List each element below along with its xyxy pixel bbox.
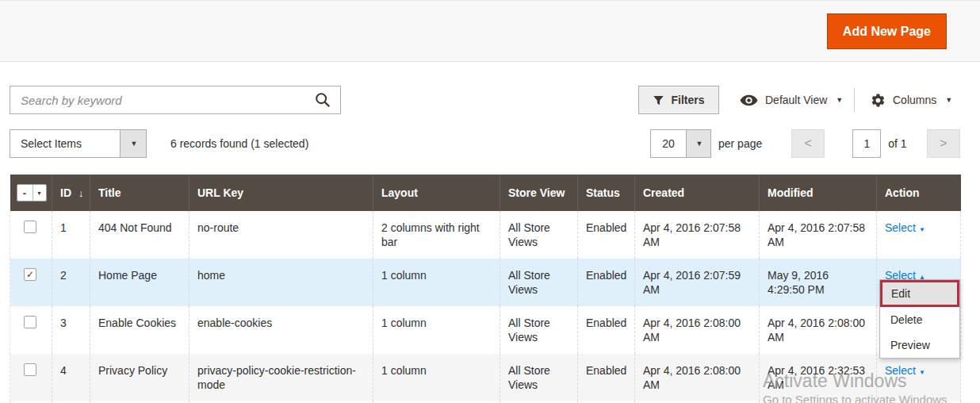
table-row-selected: ✓ 2 Home Page home 1 column All Store Vi…: [10, 259, 961, 306]
filters-button[interactable]: Filters: [638, 86, 719, 114]
pagination-bar: 20 ▼ per page < of 1 >: [650, 129, 960, 158]
gear-icon: [871, 93, 886, 108]
records-summary: 6 records found (1 selected): [170, 137, 308, 150]
row-checkbox[interactable]: [24, 363, 36, 376]
search-input[interactable]: [10, 86, 341, 114]
column-header-id[interactable]: ID↓: [52, 175, 90, 211]
menu-item-edit[interactable]: Edit: [880, 280, 959, 307]
cell-url-key: privacy-policy-cookie-restriction-mode: [189, 354, 373, 401]
chevron-down-icon: ▼: [945, 96, 952, 104]
table-row: 3 Enable Cookies enable-cookies 1 column…: [10, 306, 961, 354]
cell-created: Apr 4, 2016 2:07:58 AM: [635, 211, 760, 259]
cell-layout: 1 column: [373, 354, 500, 401]
filter-funnel-icon: [653, 94, 664, 106]
cell-status: Enabled: [578, 354, 635, 401]
chevron-left-icon: <: [805, 136, 812, 151]
cell-created: Apr 4, 2016 2:08:00 AM: [635, 354, 760, 401]
cms-pages-grid-screen: Add New Page Filters Default View ▼ C: [0, 0, 980, 403]
cell-store-view: All Store Views: [500, 306, 578, 354]
total-pages-label: of 1: [888, 137, 906, 150]
cell-status: Enabled: [578, 211, 635, 259]
column-header-store-view[interactable]: Store View: [500, 175, 578, 211]
column-header-url-key[interactable]: URL Key: [189, 175, 373, 211]
sort-desc-icon: ↓: [78, 187, 84, 199]
per-page-value[interactable]: 20: [650, 129, 687, 158]
menu-item-delete[interactable]: Delete: [880, 307, 959, 332]
chevron-down-icon: ▼: [33, 190, 46, 196]
keyword-search: [10, 86, 341, 114]
columns-dropdown[interactable]: Columns ▼: [871, 86, 952, 114]
per-page-label: per page: [718, 137, 762, 150]
activate-windows-watermark: Activate Windows: [763, 370, 907, 392]
table-row: 1 404 Not Found no-route 2 columns with …: [10, 211, 961, 259]
row-action-menu: Edit Delete Preview: [879, 279, 960, 359]
page-header-band: Add New Page: [0, 0, 980, 62]
cell-modified: Apr 4, 2016 2:07:58 AM: [760, 211, 877, 259]
magnifier-glyph: [314, 91, 331, 109]
default-view-dropdown[interactable]: Default View ▼: [740, 86, 843, 114]
cell-layout: 1 column: [373, 259, 500, 306]
cell-url-key: enable-cookies: [189, 306, 373, 354]
cell-created: Apr 4, 2016 2:08:00 AM: [635, 306, 760, 354]
cell-layout: 1 column: [373, 306, 500, 354]
column-header-status[interactable]: Status: [578, 175, 635, 211]
cell-status: Enabled: [578, 259, 635, 306]
column-header-created[interactable]: Created: [635, 175, 760, 211]
row-checkbox[interactable]: [24, 316, 36, 328]
indeterminate-checkbox-icon: -: [17, 187, 33, 199]
cell-id: 2: [52, 259, 90, 306]
eye-icon: [740, 94, 758, 106]
chevron-down-icon: ▼: [696, 140, 703, 148]
chevron-down-icon: ▼: [919, 226, 925, 233]
cell-status: Enabled: [578, 306, 635, 354]
chevron-right-icon: >: [940, 136, 947, 151]
row-select-action[interactable]: Select▼: [885, 221, 925, 234]
cell-created: Apr 4, 2016 2:07:59 AM: [635, 259, 760, 306]
cell-url-key: no-route: [189, 211, 373, 259]
cell-modified: May 9, 2016 4:29:50 PM: [760, 259, 877, 306]
row-checkbox-checked[interactable]: ✓: [24, 268, 36, 281]
cell-store-view: All Store Views: [500, 211, 578, 259]
cell-title: 404 Not Found: [90, 211, 189, 259]
cell-layout: 2 columns with right bar: [373, 211, 500, 259]
row-checkbox[interactable]: [24, 221, 36, 233]
cell-id: 4: [52, 354, 90, 401]
cell-url-key: home: [189, 259, 373, 306]
select-all-dropdown[interactable]: - ▼: [17, 184, 47, 202]
column-header-title[interactable]: Title: [90, 175, 189, 211]
add-new-page-button[interactable]: Add New Page: [827, 13, 947, 49]
prev-page-button[interactable]: <: [791, 129, 825, 158]
table-header-row: - ▼ ID↓ Title URL Key Layout Store View …: [10, 175, 961, 211]
menu-item-preview[interactable]: Preview: [880, 332, 959, 358]
toolbar-divider: [854, 88, 855, 112]
column-header-modified[interactable]: Modified: [760, 175, 877, 211]
cell-modified: Apr 4, 2016 2:08:00 AM: [760, 306, 877, 354]
cell-id: 3: [52, 306, 90, 354]
column-header-layout[interactable]: Layout: [373, 175, 500, 211]
per-page-caret-button[interactable]: ▼: [687, 129, 711, 158]
activate-windows-watermark-subtext: Go to Settings to activate Windows.: [763, 393, 951, 403]
filters-label: Filters: [671, 94, 704, 106]
columns-label: Columns: [893, 94, 936, 106]
chevron-down-icon: ▼: [919, 369, 925, 376]
cell-store-view: All Store Views: [500, 354, 578, 401]
cell-store-view: All Store Views: [500, 259, 578, 306]
select-items-caret-button[interactable]: ▼: [121, 129, 147, 158]
select-items-label: Select Items: [10, 129, 121, 158]
cell-id: 1: [52, 211, 90, 259]
chevron-down-icon: ▼: [131, 140, 138, 148]
cell-title: Privacy Policy: [90, 354, 189, 401]
default-view-label: Default View: [765, 94, 827, 106]
search-icon[interactable]: [308, 89, 338, 111]
select-all-header-cell: - ▼: [10, 175, 52, 211]
cell-title: Home Page: [90, 259, 189, 306]
cell-title: Enable Cookies: [90, 306, 189, 354]
cms-pages-table: - ▼ ID↓ Title URL Key Layout Store View …: [10, 175, 961, 403]
mass-action-select[interactable]: Select Items ▼: [10, 129, 147, 158]
column-header-action: Action: [877, 175, 961, 211]
next-page-button[interactable]: >: [927, 129, 960, 158]
current-page-input[interactable]: [852, 129, 881, 158]
chevron-down-icon: ▼: [836, 96, 843, 104]
